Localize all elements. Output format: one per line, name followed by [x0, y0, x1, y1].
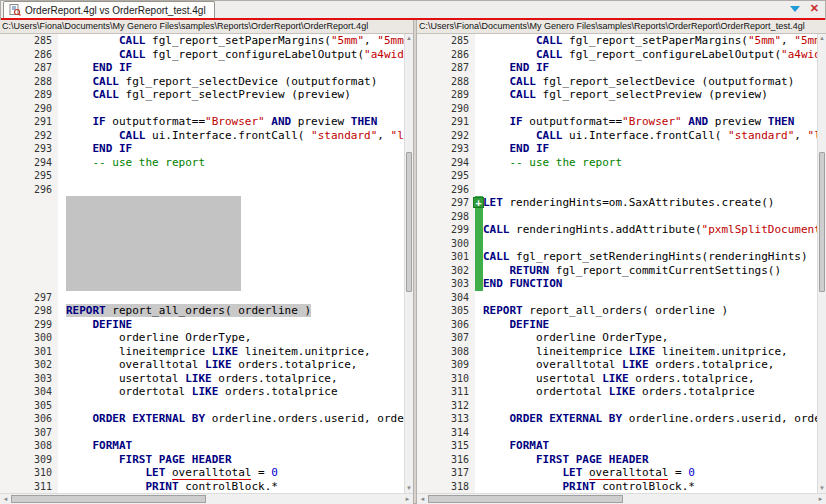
code-line[interactable]: 317 LET overalltotal = 0 [417, 466, 817, 480]
code-line[interactable]: 311 PRINT controlBlock.* [0, 480, 404, 494]
code-line[interactable]: 289 CALL fgl_report_selectPreview (previ… [0, 88, 404, 102]
gutter-stripe [475, 183, 483, 197]
code-line[interactable]: 286 CALL fgl_report_configureLabelOutput… [0, 48, 404, 62]
gutter-stripe [475, 358, 483, 372]
line-number: 294 [417, 156, 475, 170]
code-line[interactable]: 308 lineitemprice LIKE lineitem.unitpric… [417, 345, 817, 359]
scroll-left-arrow-icon[interactable]: ◄ [0, 494, 11, 504]
tab-orderreport-diff[interactable]: OrderReport.4gl vs OrderReport_test.4gl [3, 1, 215, 18]
code-line[interactable]: 295 [417, 169, 817, 183]
code-line[interactable]: 315 FORMAT [417, 439, 817, 453]
code-text: CALL fgl_report_selectDevice (outputform… [66, 75, 404, 89]
close-tab-icon[interactable]: ✕ [810, 3, 819, 14]
right-vertical-scrollbar[interactable]: ▲ ▼ [817, 34, 826, 493]
left-hscroll-thumb[interactable] [11, 495, 206, 503]
code-line[interactable]: 298REPORT report_all_orders( orderline ) [0, 304, 404, 318]
code-line[interactable]: 285 CALL fgl_report_setPaperMargins("5mm… [0, 34, 404, 48]
code-line[interactable]: 297 [0, 291, 404, 305]
code-line[interactable]: 307 orderline OrderType, [417, 331, 817, 345]
line-number: 303 [0, 372, 58, 386]
code-line[interactable]: 292 CALL ui.Interface.frontCall( "standa… [417, 129, 817, 143]
gutter-stripe [58, 102, 66, 116]
code-line[interactable]: 296 [0, 183, 404, 197]
code-line[interactable]: 318 PRINT controlBlock.* [417, 480, 817, 494]
code-line[interactable]: 290 [417, 102, 817, 116]
gutter-stripe [58, 480, 66, 494]
code-line[interactable]: 300 [417, 237, 817, 251]
gutter-stripe [58, 453, 66, 467]
code-line[interactable]: 302 RETURN fgl_report_commitCurrentSetti… [417, 264, 817, 278]
code-line[interactable]: 288 CALL fgl_report_selectDevice (output… [0, 75, 404, 89]
scroll-up-arrow-icon[interactable]: ▲ [818, 34, 826, 43]
gutter-stripe [58, 372, 66, 386]
code-line[interactable]: 287 END IF [417, 61, 817, 75]
code-line[interactable]: 301 lineitemprice LIKE lineitem.unitpric… [0, 345, 404, 359]
code-line[interactable]: 291 IF outputformat=="Browser" AND previ… [417, 115, 817, 129]
code-line[interactable]: 289 CALL fgl_report_selectPreview (previ… [417, 88, 817, 102]
code-line[interactable]: 296 [417, 183, 817, 197]
code-line[interactable]: 308 FORMAT [0, 439, 404, 453]
line-number: 300 [417, 237, 475, 251]
code-line[interactable]: 301CALL fgl_report_setRenderingHints(ren… [417, 250, 817, 264]
right-horizontal-scrollbar[interactable]: ◄ ► [417, 493, 826, 504]
code-line[interactable]: 290 [0, 102, 404, 116]
scroll-down-arrow-icon[interactable]: ▼ [405, 484, 413, 493]
code-line[interactable]: 311 ordertotal LIKE orders.totalprice [417, 385, 817, 399]
scroll-right-arrow-icon[interactable]: ► [815, 494, 826, 504]
code-line[interactable]: 305 [0, 399, 404, 413]
code-line[interactable]: 286 CALL fgl_report_configureLabelOutput… [417, 48, 817, 62]
right-hscroll-thumb[interactable] [428, 495, 623, 503]
gutter-stripe [58, 142, 66, 156]
tab-list-dropdown-icon[interactable] [790, 6, 800, 12]
code-line[interactable]: 288 CALL fgl_report_selectDevice (output… [417, 75, 817, 89]
code-line[interactable]: 299 DEFINE [0, 318, 404, 332]
left-pane: C:\Users\Fiona\Documents\My Genero Files… [0, 20, 413, 504]
code-line[interactable]: 294 -- use the report [0, 156, 404, 170]
code-line[interactable]: 313 ORDER EXTERNAL BY orderline.orders.u… [417, 412, 817, 426]
code-line[interactable]: 293 END IF [417, 142, 817, 156]
code-line[interactable]: 285 CALL fgl_report_setPaperMargins("5mm… [417, 34, 817, 48]
code-line[interactable]: 312 [417, 399, 817, 413]
code-line[interactable]: 293 END IF [0, 142, 404, 156]
code-line[interactable]: 303END FUNCTION [417, 277, 817, 291]
gutter-stripe [475, 331, 483, 345]
scroll-left-arrow-icon[interactable]: ◄ [417, 494, 428, 504]
code-line[interactable]: 310 usertotal LIKE orders.totalprice, [417, 372, 817, 386]
code-line[interactable]: 304 ordertotal LIKE orders.totalprice [0, 385, 404, 399]
line-number: 289 [0, 88, 58, 102]
code-line[interactable]: 309 overalltotal LIKE orders.totalprice, [417, 358, 817, 372]
code-line[interactable]: 309 FIRST PAGE HEADER [0, 453, 404, 467]
code-line[interactable]: 291 IF outputformat=="Browser" AND previ… [0, 115, 404, 129]
code-line[interactable]: 292 CALL ui.Interface.frontCall( "standa… [0, 129, 404, 143]
left-vertical-scrollbar[interactable]: ▲ ▼ [404, 34, 413, 493]
code-line[interactable]: 306 ORDER EXTERNAL BY orderline.orders.u… [0, 412, 404, 426]
code-line[interactable]: 316 FIRST PAGE HEADER [417, 453, 817, 467]
right-code-area[interactable]: 285 CALL fgl_report_setPaperMargins("5mm… [417, 34, 817, 493]
code-line[interactable]: 305REPORT report_all_orders( orderline ) [417, 304, 817, 318]
left-horizontal-scrollbar[interactable]: ◄ ► [0, 493, 413, 504]
code-line[interactable]: 314 [417, 426, 817, 440]
code-line[interactable]: 304 [417, 291, 817, 305]
scroll-right-arrow-icon[interactable]: ► [402, 494, 413, 504]
line-number: 313 [417, 412, 475, 426]
code-line[interactable]: 302 overalltotal LIKE orders.totalprice, [0, 358, 404, 372]
code-line[interactable]: 287 END IF [0, 61, 404, 75]
code-line[interactable]: 295 [0, 169, 404, 183]
code-text: END FUNCTION [483, 277, 817, 291]
code-line[interactable]: 310 LET overalltotal = 0 [0, 466, 404, 480]
scroll-up-arrow-icon[interactable]: ▲ [405, 34, 413, 43]
code-line[interactable]: 306 DEFINE [417, 318, 817, 332]
left-code-area[interactable]: 285 CALL fgl_report_setPaperMargins("5mm… [0, 34, 404, 493]
code-line[interactable]: 300 orderline OrderType, [0, 331, 404, 345]
left-vscroll-thumb[interactable] [406, 152, 412, 292]
scroll-down-arrow-icon[interactable]: ▼ [818, 484, 826, 493]
code-line[interactable]: 299CALL renderingHints.addAttribute("pxm… [417, 223, 817, 237]
code-line[interactable]: 294 -- use the report [417, 156, 817, 170]
code-line[interactable]: 303 usertotal LIKE orders.totalprice, [0, 372, 404, 386]
added-lines-plus-icon[interactable]: + [473, 197, 484, 208]
right-vscroll-thumb[interactable] [819, 152, 825, 292]
code-line[interactable]: 298 [417, 210, 817, 224]
code-line[interactable]: 307 [0, 426, 404, 440]
gutter-stripe [58, 399, 66, 413]
code-line[interactable]: 297+LET renderingHints=om.SaxAttributes.… [417, 196, 817, 210]
